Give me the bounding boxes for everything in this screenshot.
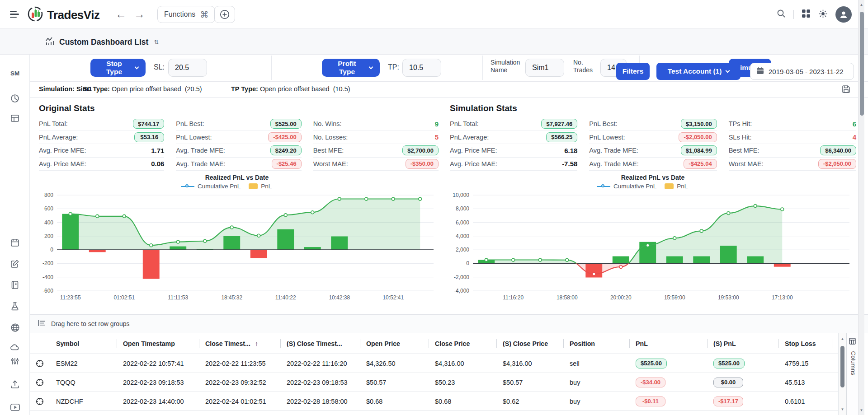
legend-cumulative-pnl[interactable]: Cumulative PnL bbox=[181, 183, 241, 190]
columns-panel-tab[interactable]: Columns bbox=[846, 333, 858, 415]
stat-label: PnL Total: bbox=[450, 120, 479, 127]
search-icon[interactable] bbox=[777, 9, 786, 20]
stat-cell: Avg. Price MFE:1.71 bbox=[39, 144, 164, 158]
sidebar-item-upload-icon[interactable] bbox=[0, 380, 30, 389]
stat-value: 6 bbox=[853, 120, 856, 128]
legend-pnl[interactable]: PnL bbox=[665, 183, 688, 190]
menu-icon[interactable] bbox=[10, 11, 19, 18]
chevron-down-icon bbox=[369, 65, 373, 69]
legend-cumulative-pnl[interactable]: Cumulative PnL bbox=[597, 183, 656, 190]
page-scrollbar[interactable]: ▲ ▼ bbox=[858, 0, 864, 415]
table-row[interactable]: ESM222022-02-22 10:57:412022-02-22 11:23… bbox=[30, 354, 838, 373]
column-header-s-close-timest[interactable]: (S) Close Timest... bbox=[280, 333, 360, 354]
sidebar-item-flask-icon[interactable] bbox=[0, 302, 30, 311]
svg-text:10:42:38: 10:42:38 bbox=[329, 294, 350, 301]
row-group-dropzone[interactable]: Drag here to set row groups bbox=[30, 314, 868, 333]
svg-text:15:59:00: 15:59:00 bbox=[664, 294, 685, 301]
apps-grid-icon[interactable] bbox=[802, 9, 811, 20]
column-header-s[interactable]: (S) bbox=[832, 333, 838, 354]
column-header-open-price[interactable]: Open Price bbox=[360, 333, 429, 354]
sidebar-item-pie-chart-icon[interactable] bbox=[0, 94, 30, 103]
table-cell: $0.62 bbox=[496, 398, 563, 405]
sl-input[interactable] bbox=[168, 59, 207, 77]
stat-value: -$2,050.00 bbox=[679, 132, 717, 142]
add-button[interactable] bbox=[214, 6, 235, 23]
table-row[interactable] bbox=[30, 411, 838, 415]
line-marker-icon bbox=[597, 186, 610, 187]
account-label: Test Account (1) bbox=[668, 67, 722, 75]
filters-button[interactable]: Filters bbox=[616, 63, 650, 80]
svg-text:11:16:20: 11:16:20 bbox=[503, 294, 524, 301]
sidebar: SM bbox=[0, 55, 30, 415]
column-header-s-pnl[interactable]: (S) PnL bbox=[707, 333, 778, 354]
sidebar-item-globe-icon[interactable] bbox=[0, 323, 30, 332]
date-range-picker[interactable]: 2019-03-05 - 2023-11-22 bbox=[750, 63, 854, 80]
svg-text:-4,000: -4,000 bbox=[454, 288, 469, 294]
table-cell: buy bbox=[563, 398, 629, 405]
stat-value: 9 bbox=[435, 120, 439, 128]
stop-type-dropdown[interactable]: Stop Type bbox=[90, 59, 146, 77]
column-header-symbol[interactable]: Symbol bbox=[50, 333, 117, 354]
forward-arrow-icon[interactable]: → bbox=[134, 7, 145, 21]
column-header-stop-loss[interactable]: Stop Loss bbox=[778, 333, 832, 354]
page-scrollbar-thumb[interactable] bbox=[860, 12, 864, 116]
trade-target-icon[interactable] bbox=[30, 378, 50, 387]
simulation-pnl-chart: -4,000-2,00002,0004,0006,0008,00010,0001… bbox=[448, 191, 858, 303]
table-cell: TQQQ bbox=[50, 379, 117, 386]
back-arrow-icon[interactable]: ← bbox=[115, 7, 127, 21]
table-row[interactable]: NZDCHF2022-02-23 14:40:002022-02-24 01:0… bbox=[30, 392, 838, 411]
avatar[interactable] bbox=[835, 6, 852, 23]
chevron-down-icon bbox=[726, 68, 730, 73]
chart-legend-simulation: Cumulative PnLPnL bbox=[597, 183, 688, 190]
scroll-up-icon[interactable]: ▲ bbox=[859, 3, 864, 7]
chevron-down-icon bbox=[135, 65, 139, 69]
column-header-s-close-price[interactable]: (S) Close Price bbox=[496, 333, 563, 354]
table-cell: ESM22 bbox=[50, 360, 117, 367]
brand[interactable]: TradesViz bbox=[27, 6, 99, 24]
header-icon-cell bbox=[30, 333, 50, 354]
stat-label: Avg. Trade MFE: bbox=[589, 147, 638, 154]
account-select-button[interactable]: Test Account (1) bbox=[656, 63, 741, 80]
stat-value: -$350.00 bbox=[406, 159, 439, 169]
stat-cell: Best MFE:$6,340.00 bbox=[729, 144, 856, 158]
stat-value: 5 bbox=[435, 133, 439, 141]
table-scrollbar[interactable]: ▲ ▼ bbox=[838, 333, 846, 415]
profit-type-dropdown[interactable]: Profit Type bbox=[322, 59, 380, 77]
sim-name-input[interactable] bbox=[525, 59, 564, 77]
sidebar-account-badge[interactable]: SM bbox=[0, 70, 30, 77]
sidebar-item-panels-icon[interactable] bbox=[0, 114, 30, 123]
svg-text:11:11:53: 11:11:53 bbox=[168, 294, 188, 301]
column-header-close-timest[interactable]: Close Timest...↑ bbox=[199, 333, 280, 354]
theme-sun-icon[interactable] bbox=[818, 9, 828, 20]
scroll-up-icon[interactable]: ▲ bbox=[839, 337, 846, 341]
save-icon[interactable] bbox=[842, 85, 850, 95]
stat-label: No. Wins: bbox=[313, 120, 342, 127]
sidebar-item-video-icon[interactable] bbox=[0, 404, 30, 411]
stat-label: Best MFE: bbox=[729, 147, 760, 154]
column-header-open-timestamp[interactable]: Open Timestamp bbox=[117, 333, 199, 354]
tp-input[interactable] bbox=[402, 59, 441, 77]
stat-value: -$2,050.00 bbox=[818, 159, 856, 169]
table-row[interactable]: TQQQ2022-02-23 09:18:532022-02-23 09:32:… bbox=[30, 373, 838, 392]
scroll-down-icon[interactable]: ▼ bbox=[859, 408, 864, 412]
table-cell: 0.6101 bbox=[778, 398, 832, 405]
column-header-pnl[interactable]: PnL bbox=[629, 333, 707, 354]
functions-button[interactable]: Functions ⌘ bbox=[157, 6, 215, 23]
column-header-position[interactable]: Position bbox=[563, 333, 629, 354]
column-header-close-price[interactable]: Close Price bbox=[429, 333, 496, 354]
sidebar-item-calendar-icon[interactable] bbox=[0, 238, 30, 247]
sidebar-item-cloud-icon[interactable] bbox=[0, 344, 30, 351]
no-trades-label: No. Trades bbox=[573, 59, 593, 74]
table-scrollbar-thumb[interactable] bbox=[840, 346, 844, 387]
trade-target-icon[interactable] bbox=[30, 359, 50, 368]
scroll-down-icon[interactable]: ▼ bbox=[839, 407, 846, 411]
sidebar-item-journal-icon[interactable] bbox=[0, 280, 30, 289]
sidebar-item-sliders-icon[interactable] bbox=[0, 357, 30, 365]
sidebar-item-edit-icon[interactable] bbox=[0, 259, 30, 268]
reorder-icon[interactable]: ⇅ bbox=[154, 39, 159, 46]
stat-value: $1,084.99 bbox=[681, 145, 717, 155]
legend-pnl[interactable]: PnL bbox=[249, 183, 272, 190]
stat-cell: No. Wins:9 bbox=[313, 117, 439, 131]
trade-target-icon[interactable] bbox=[30, 397, 50, 406]
stat-value: 1.71 bbox=[151, 147, 164, 154]
